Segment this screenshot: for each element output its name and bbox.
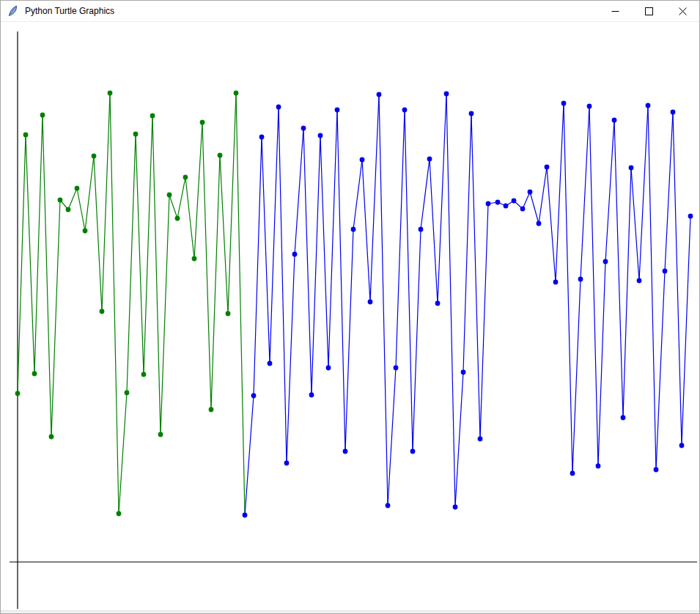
- line-segment: [26, 135, 34, 374]
- data-point: [394, 366, 399, 371]
- turtle-canvas: [1, 23, 700, 612]
- line-segment: [413, 229, 421, 451]
- line-segment: [598, 262, 605, 466]
- data-point: [537, 221, 542, 226]
- data-point: [386, 503, 391, 508]
- data-point: [335, 108, 340, 113]
- line-segment: [631, 168, 639, 281]
- window-bottom-border: [1, 610, 699, 613]
- data-point: [117, 511, 122, 517]
- data-point: [578, 277, 583, 282]
- maximize-button[interactable]: [632, 1, 666, 21]
- line-segment: [220, 155, 228, 314]
- data-point: [343, 449, 348, 454]
- maximize-icon: [645, 7, 653, 15]
- window-title: Python Turtle Graphics: [25, 6, 114, 16]
- data-point: [284, 461, 290, 466]
- line-segment: [77, 188, 85, 231]
- data-point: [141, 372, 147, 377]
- minimize-icon: [611, 7, 619, 15]
- data-point: [486, 201, 491, 207]
- line-segment: [480, 204, 488, 439]
- line-segment: [127, 134, 136, 393]
- data-point: [218, 153, 223, 158]
- line-segment: [530, 192, 539, 223]
- line-segment: [262, 137, 270, 363]
- data-point: [444, 92, 449, 97]
- data-point: [495, 200, 501, 205]
- line-segment: [169, 195, 177, 218]
- line-segment: [228, 93, 236, 314]
- line-segment: [161, 195, 169, 434]
- line-segment: [605, 120, 614, 262]
- data-point: [469, 111, 474, 116]
- line-segment: [446, 94, 455, 507]
- data-point: [243, 513, 248, 518]
- line-segment: [295, 128, 303, 254]
- line-segment: [455, 372, 463, 507]
- line-segment: [523, 192, 530, 209]
- data-point: [671, 110, 676, 115]
- line-segment: [556, 103, 564, 282]
- line-segment: [623, 168, 631, 418]
- line-segment: [421, 159, 430, 229]
- line-segment: [438, 94, 446, 303]
- line-segment: [682, 216, 690, 445]
- data-point: [561, 101, 567, 106]
- data-point: [663, 269, 668, 274]
- data-point: [621, 415, 626, 421]
- data-point: [125, 391, 130, 396]
- minimize-button[interactable]: [598, 1, 632, 21]
- line-segment: [328, 110, 337, 368]
- data-point: [553, 280, 559, 285]
- line-segment: [136, 134, 144, 374]
- data-point: [175, 216, 180, 221]
- line-segment: [337, 110, 345, 451]
- data-point: [410, 449, 416, 454]
- line-segment: [673, 112, 682, 445]
- line-segment: [405, 110, 413, 451]
- line-segment: [547, 167, 556, 282]
- line-segment: [379, 95, 388, 506]
- line-segment: [279, 107, 287, 463]
- line-segment: [589, 106, 598, 466]
- line-segment: [51, 200, 60, 437]
- line-segment: [471, 114, 480, 439]
- data-point: [301, 126, 306, 131]
- data-point: [435, 301, 441, 306]
- data-point: [23, 133, 29, 138]
- line-segment: [110, 93, 119, 514]
- line-segment: [102, 93, 110, 311]
- data-point: [209, 407, 214, 413]
- data-point: [461, 370, 466, 375]
- data-point: [150, 114, 155, 119]
- data-point: [368, 300, 373, 305]
- data-point: [108, 91, 113, 96]
- data-point: [603, 259, 608, 265]
- data-point: [251, 393, 257, 399]
- line-segment: [236, 93, 245, 515]
- line-segment: [581, 106, 589, 279]
- line-segment: [254, 137, 262, 396]
- data-point: [58, 198, 63, 203]
- line-segment: [353, 160, 362, 229]
- line-segment: [94, 156, 102, 311]
- line-segment: [396, 110, 405, 368]
- line-segment: [245, 396, 254, 515]
- data-point: [49, 434, 54, 440]
- data-point: [133, 132, 139, 137]
- data-point: [100, 309, 105, 314]
- line-segment: [345, 229, 353, 451]
- line-segment: [572, 279, 581, 473]
- data-point: [318, 133, 323, 138]
- data-point: [40, 113, 45, 118]
- data-point: [259, 135, 265, 140]
- line-segment: [303, 128, 312, 395]
- data-point: [292, 252, 298, 257]
- line-segment: [388, 368, 396, 506]
- line-segment: [152, 116, 161, 434]
- data-point: [570, 471, 575, 476]
- line-segment: [68, 188, 77, 210]
- data-point: [453, 505, 458, 510]
- close-button[interactable]: [666, 1, 699, 21]
